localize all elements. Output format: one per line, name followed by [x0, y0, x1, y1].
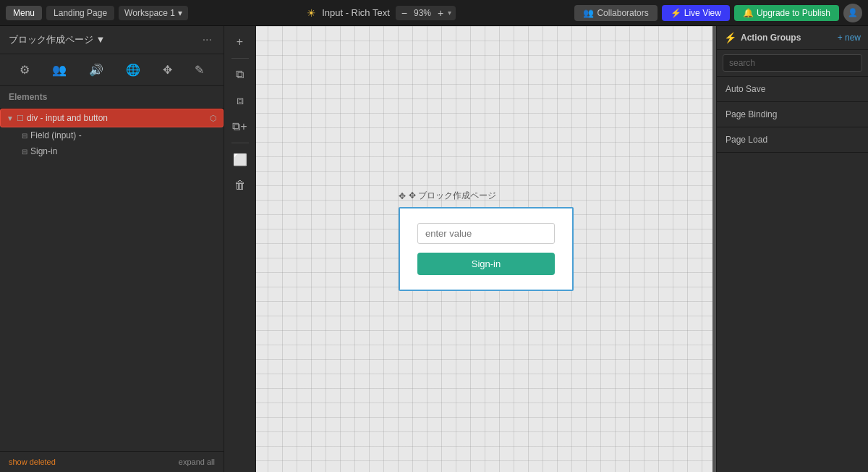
- action-groups-label: Action Groups: [741, 33, 801, 43]
- menu-button[interactable]: Menu: [6, 6, 42, 20]
- field-tree-item[interactable]: ⊟ Field (input) -: [0, 127, 224, 143]
- action-item-pageload[interactable]: Page Load: [717, 127, 868, 153]
- sidebar-header: ブロック作成ページ ▼ ···: [0, 26, 224, 54]
- toolbar-divider-2: [231, 143, 249, 143]
- action-item-pagebinding[interactable]: Page Binding: [717, 102, 868, 127]
- live-view-label: Live View: [684, 8, 721, 18]
- zoom-out-button[interactable]: −: [400, 7, 409, 19]
- globe-icon[interactable]: 🌐: [123, 60, 143, 80]
- workspace-selector[interactable]: Workspace 1 ▾: [119, 6, 188, 20]
- sidebar-footer: show deleted expand all: [0, 451, 224, 472]
- canvas-block-label: ✥ ✥ ブロック作成ページ: [399, 190, 496, 202]
- action-groups-icon: ⚡: [724, 32, 736, 43]
- elements-header: Elements: [0, 86, 224, 109]
- action-search-input[interactable]: [723, 54, 862, 72]
- field-icon: ⊟: [22, 132, 27, 140]
- div-box-icon: ☐: [17, 114, 24, 123]
- zoom-in-button[interactable]: +: [436, 7, 445, 19]
- zoom-level: 93%: [412, 8, 433, 18]
- right-search: [717, 50, 868, 77]
- upgrade-button[interactable]: 🔔 Upgrade to Publish: [734, 5, 839, 21]
- sidebar-more-button[interactable]: ···: [200, 33, 215, 46]
- wrap-button[interactable]: ⬜: [229, 148, 252, 171]
- external-link-icon[interactable]: ⬡: [210, 114, 217, 123]
- canvas-toolbar: + ⧉ ⧈ ⧉+ ⬜ 🗑: [224, 26, 256, 472]
- workspace-label: Workspace 1: [124, 8, 175, 18]
- div-caret-icon[interactable]: ▼: [7, 114, 14, 122]
- sun-icon: ☀: [307, 7, 316, 19]
- upgrade-label: Upgrade to Publish: [757, 8, 830, 18]
- toolbar-icons: ⚙ 👥 🔊 🌐 ✥ ✎: [0, 54, 224, 86]
- avatar[interactable]: 👤: [843, 4, 862, 22]
- page-title-row: ブロック作成ページ ▼: [9, 33, 105, 46]
- nav-right: 👥 Collaborators ⚡ Live View 🔔 Upgrade to…: [574, 4, 862, 22]
- div-item-label: div - input and button: [27, 113, 207, 123]
- sidebar-page-title: ブロック作成ページ ▼: [9, 33, 105, 46]
- field-item-label: Field (input) -: [30, 130, 82, 140]
- canvas-input-field[interactable]: [417, 223, 555, 244]
- left-sidebar: ブロック作成ページ ▼ ··· ⚙ 👥 🔊 🌐 ✥ ✎ Elements ▼ ☐…: [0, 26, 224, 472]
- canvas-area: + ⧉ ⧈ ⧉+ ⬜ 🗑 ✥ ✥ ブロック作成ページ Sign-in: [224, 26, 716, 472]
- bell-icon: 🔔: [743, 8, 754, 18]
- expand-all-button[interactable]: expand all: [179, 458, 215, 466]
- signin-tree-item[interactable]: ⊟ Sign-in: [0, 143, 224, 159]
- canvas-content: ✥ ✥ ブロック作成ページ Sign-in: [256, 26, 716, 472]
- action-item-autosave[interactable]: Auto Save: [717, 77, 868, 102]
- landing-page-tab[interactable]: Landing Page: [46, 6, 114, 20]
- pencil-icon[interactable]: ✎: [192, 60, 207, 80]
- right-sidebar-header: ⚡ Action Groups + new: [717, 26, 868, 50]
- audio-icon[interactable]: 🔊: [86, 60, 106, 80]
- block-move-icon: ✥: [399, 191, 406, 201]
- user-icon[interactable]: 👥: [49, 60, 69, 80]
- delete-button[interactable]: 🗑: [229, 174, 252, 197]
- canvas-block: Sign-in: [399, 207, 574, 291]
- right-sidebar: ⚡ Action Groups + new Auto Save Page Bin…: [716, 26, 868, 472]
- page-mode-title: Input - Rich Text: [322, 7, 390, 18]
- new-action-button[interactable]: + new: [838, 33, 861, 43]
- nav-center: ☀ Input - Rich Text − 93% + ▾: [192, 6, 570, 20]
- settings-icon[interactable]: ⚙: [17, 60, 33, 80]
- block-title: ✥ ブロック作成ページ: [409, 190, 496, 202]
- live-view-button[interactable]: ⚡ Live View: [662, 5, 730, 21]
- signin-item-label: Sign-in: [30, 146, 57, 156]
- live-icon: ⚡: [671, 8, 681, 18]
- collab-icon: 👥: [583, 8, 594, 18]
- top-nav: Menu Landing Page Workspace 1 ▾ ☀ Input …: [0, 0, 868, 26]
- signin-icon: ⊟: [22, 148, 27, 156]
- collaborators-button[interactable]: 👥 Collaborators: [574, 5, 657, 21]
- avatar-icon: 👤: [848, 8, 858, 17]
- add-child-button[interactable]: ⧉+: [229, 115, 252, 138]
- canvas-block-wrapper: ✥ ✥ ブロック作成ページ Sign-in: [399, 207, 574, 291]
- canvas-signin-button[interactable]: Sign-in: [417, 253, 555, 275]
- zoom-caret-icon[interactable]: ▾: [448, 9, 451, 17]
- div-tree-item[interactable]: ▼ ☐ div - input and button ⬡: [0, 109, 224, 127]
- toolbar-divider-1: [231, 58, 249, 59]
- action-groups-title-row: ⚡ Action Groups: [724, 32, 801, 43]
- workspace-caret-icon: ▾: [178, 8, 182, 18]
- copy-button[interactable]: ⧉: [229, 63, 252, 86]
- show-deleted-button[interactable]: show deleted: [9, 458, 56, 466]
- move-icon[interactable]: ✥: [160, 60, 175, 80]
- duplicate-button[interactable]: ⧈: [229, 89, 252, 112]
- elements-section: Elements ▼ ☐ div - input and button ⬡ ⊟ …: [0, 86, 224, 451]
- add-block-button[interactable]: +: [229, 30, 252, 54]
- main-layout: ブロック作成ページ ▼ ··· ⚙ 👥 🔊 🌐 ✥ ✎ Elements ▼ ☐…: [0, 26, 868, 472]
- zoom-controls: − 93% + ▾: [396, 6, 456, 20]
- collab-label: Collaborators: [597, 8, 648, 18]
